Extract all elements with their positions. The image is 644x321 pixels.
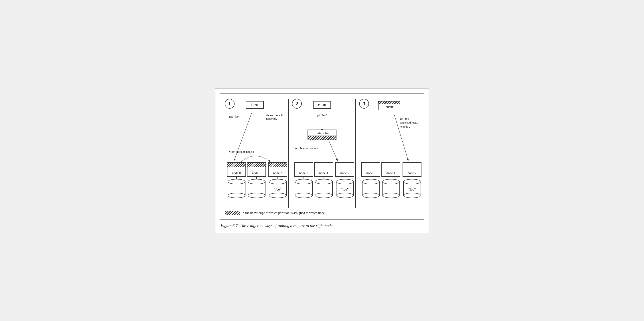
divider-2 bbox=[356, 99, 356, 208]
label-lives-1: “foo” lives on node 2 bbox=[229, 150, 254, 154]
divider-1 bbox=[288, 99, 288, 208]
node-0-db-3 bbox=[362, 177, 380, 196]
client-stripe-3 bbox=[378, 101, 400, 104]
node-0-stripe-1 bbox=[228, 163, 246, 167]
client-box-3: client bbox=[378, 101, 400, 110]
diagrams-row: 1 client get “foo” choose node 0randomly… bbox=[225, 99, 419, 208]
node-0-wrap-3: node 0 bbox=[362, 162, 380, 196]
node-1-db-2 bbox=[315, 177, 333, 196]
node-2-db-2: “foo” bbox=[336, 177, 354, 196]
node-2-box-1: node 2 bbox=[268, 162, 287, 177]
node-2-wrap-2: node 2 “foo” bbox=[335, 162, 354, 196]
cylinder-1-3 bbox=[382, 181, 400, 196]
label-get-3: get “foo”connect directlyto node 2 bbox=[400, 117, 418, 129]
node-1-stripe-1 bbox=[248, 163, 266, 167]
node-1-box-2: node 1 bbox=[314, 162, 333, 177]
node-0-db-1 bbox=[228, 177, 246, 196]
label-get-2: get “foo” bbox=[317, 113, 327, 117]
node-1-box-1: node 1 bbox=[247, 162, 266, 177]
outer-container: 1 client get “foo” choose node 0randomly… bbox=[215, 88, 429, 233]
cylinder-2-2: “foo” bbox=[336, 181, 354, 196]
cylinder-1-2 bbox=[315, 181, 333, 196]
node-1-db-3 bbox=[382, 177, 400, 196]
diagram-area: 1 client get “foo” choose node 0randomly… bbox=[220, 93, 424, 220]
routing-tier-2: routing tier bbox=[308, 130, 336, 140]
circle-2: 2 bbox=[292, 99, 302, 109]
client-box-1: client bbox=[246, 101, 264, 109]
legend: = the knowledge of which partition is as… bbox=[225, 211, 419, 215]
legend-text: = the knowledge of which partition is as… bbox=[242, 211, 325, 215]
node-2-db-3: “foo” bbox=[403, 177, 421, 196]
node-0-wrap-2: node 0 bbox=[294, 162, 313, 196]
node-0-wrap-1: node 0 bbox=[227, 162, 246, 196]
node-0-db-2 bbox=[295, 177, 313, 196]
node-1-wrap-1: node 1 bbox=[247, 162, 266, 196]
circle-3: 3 bbox=[359, 99, 369, 109]
label-get-1: get “foo” bbox=[229, 115, 240, 119]
diagram-1: 1 client get “foo” choose node 0randomly… bbox=[225, 99, 285, 208]
node-0-box-2: node 0 bbox=[294, 162, 313, 177]
cylinder-0-3 bbox=[362, 181, 380, 196]
cylinder-2-3: “foo” bbox=[403, 181, 421, 196]
cylinder-0-1 bbox=[228, 181, 246, 196]
node-1-wrap-3: node 1 bbox=[382, 162, 400, 196]
node-0-box-3: node 0 bbox=[362, 162, 380, 177]
label-choose-1: choose node 0randomly bbox=[266, 113, 282, 121]
cylinder-0-2 bbox=[295, 181, 313, 196]
routing-tier-stripe-2 bbox=[308, 136, 336, 140]
node-2-db-1: “foo” bbox=[269, 177, 286, 196]
node-0-box-1: node 0 bbox=[227, 162, 246, 177]
node-2-stripe-1 bbox=[268, 163, 286, 167]
circle-1: 1 bbox=[225, 99, 234, 109]
cylinder-1-1 bbox=[248, 181, 266, 196]
node-2-wrap-1: node 2 “foo” bbox=[268, 162, 287, 196]
node-1-db-1 bbox=[248, 177, 266, 196]
diagram-2: 2 client get “foo” bbox=[292, 99, 352, 208]
legend-stripe bbox=[225, 211, 240, 215]
diagram-3: 3 client get “foo”connect directlyto nod… bbox=[359, 99, 419, 208]
cylinder-2-1: “foo” bbox=[269, 181, 286, 196]
node-1-wrap-2: node 1 bbox=[314, 162, 333, 196]
figure-caption: Figure 6-7. Three different ways of rout… bbox=[220, 224, 424, 228]
label-lives-2: “foo” lives on node 2 bbox=[293, 147, 318, 150]
node-2-wrap-3: node 2 “foo” bbox=[402, 162, 422, 196]
node-2-box-3: node 2 bbox=[402, 162, 422, 177]
node-1-box-3: node 1 bbox=[382, 162, 400, 177]
node-2-box-2: node 2 bbox=[335, 162, 354, 177]
client-box-2: client bbox=[313, 101, 331, 109]
